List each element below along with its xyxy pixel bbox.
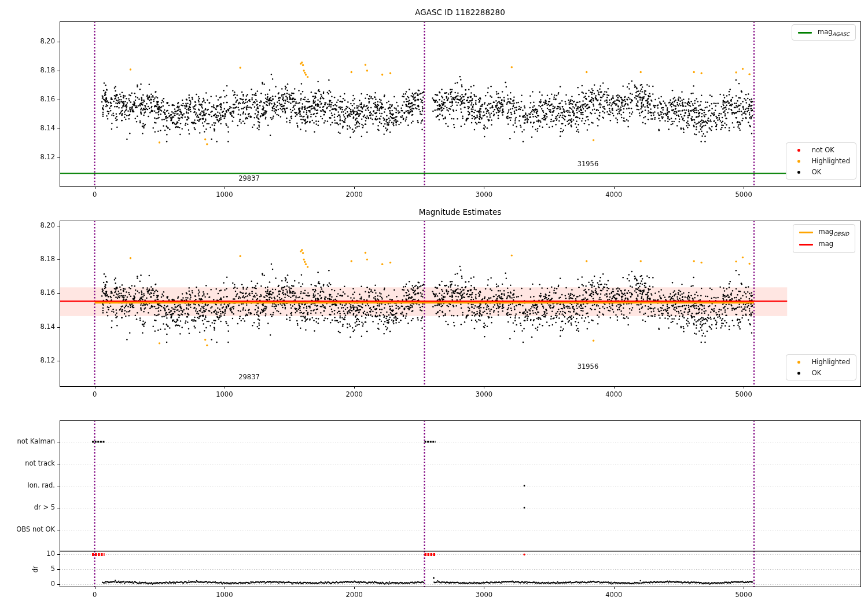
x-tick-label: 5000 xyxy=(735,591,752,599)
obsid-annotation: 31956 xyxy=(578,362,599,371)
legend-item-mag-obsid: magOBSID xyxy=(797,228,849,237)
x-tick-label: 0 xyxy=(93,591,97,599)
dr-axis-label: dr xyxy=(31,563,39,575)
y-tick-label: 8.18 xyxy=(40,255,55,263)
legend-label: OK xyxy=(808,369,822,377)
red-dot-swatch xyxy=(790,149,808,152)
y-tick-label: 8.20 xyxy=(40,37,55,45)
black-dot-swatch xyxy=(790,372,808,375)
black-dot-swatch xyxy=(790,171,808,174)
flag-category-label: not track xyxy=(25,459,55,467)
x-tick-label: 4000 xyxy=(605,191,622,199)
x-tick-label: 0 xyxy=(93,191,97,199)
plot-title: Magnitude Estimates xyxy=(60,207,860,217)
x-tick-label: 1000 xyxy=(216,390,233,398)
x-tick-label: 1000 xyxy=(216,191,233,199)
legend-label: mag xyxy=(819,240,834,248)
y-tick-label: 8.12 xyxy=(40,356,55,364)
orange-dot-swatch xyxy=(790,160,808,163)
flag-category-label: OBS not OK xyxy=(16,525,55,533)
legend-label: Highlighted xyxy=(808,157,850,165)
legend-point-status: not OK Highlighted OK xyxy=(786,142,856,180)
dr-tick-label: 10 xyxy=(46,550,55,558)
legend-item-ok: OK xyxy=(790,168,850,176)
y-tick-label: 8.14 xyxy=(40,124,55,132)
legend-item-highlighted: Highlighted xyxy=(790,157,850,165)
flag-category-label: Ion. rad. xyxy=(27,481,55,489)
x-tick-label: 4000 xyxy=(605,591,622,599)
x-tick-label: 3000 xyxy=(476,191,492,199)
page-title: AGASC ID 1182288280 xyxy=(60,8,860,17)
orange-line-swatch xyxy=(797,232,815,233)
x-tick-label: 5000 xyxy=(735,390,752,398)
x-tick-label: 4000 xyxy=(605,390,622,398)
dr-tick-label: 5 xyxy=(51,565,55,573)
flag-category-label: dr > 5 xyxy=(34,503,55,511)
legend-label: Highlighted xyxy=(808,358,850,366)
x-tick-label: 0 xyxy=(93,390,97,398)
legend-item-mag: mag xyxy=(797,240,849,249)
x-tick-label: 2000 xyxy=(346,191,363,199)
orange-dot-swatch xyxy=(790,361,808,364)
x-tick-label: 2000 xyxy=(346,390,363,398)
y-tick-label: 8.18 xyxy=(40,66,55,74)
obsid-annotation: 31956 xyxy=(578,160,599,168)
legend-item-ok: OK xyxy=(790,369,850,377)
flag-category-label: not Kalman xyxy=(17,437,55,445)
x-tick-label: 3000 xyxy=(476,390,492,398)
legend-item-mag-agasc: magAGASC xyxy=(796,28,849,37)
y-tick-label: 8.16 xyxy=(40,95,55,103)
legend-point-status-2: Highlighted OK xyxy=(786,354,856,380)
x-tick-label: 1000 xyxy=(216,591,233,599)
legend-mag-lines: magOBSID mag xyxy=(793,224,855,253)
x-tick-label: 2000 xyxy=(346,591,363,599)
dr-tick-label: 0 xyxy=(51,580,55,588)
x-tick-label: 3000 xyxy=(476,591,492,599)
y-tick-label: 8.14 xyxy=(40,323,55,331)
red-line-swatch xyxy=(797,244,815,246)
obsid-annotation: 29837 xyxy=(238,373,260,381)
y-tick-label: 8.12 xyxy=(40,153,55,161)
obsid-annotation: 29837 xyxy=(238,174,260,182)
legend-mag-agasc: magAGASC xyxy=(792,24,856,41)
legend-label: mag xyxy=(819,228,834,236)
legend-label: not OK xyxy=(808,146,834,154)
legend-label: OK xyxy=(808,168,822,176)
green-line-swatch xyxy=(796,32,814,34)
legend-label: mag xyxy=(818,28,833,36)
x-tick-label: 5000 xyxy=(735,191,752,199)
legend-item-not-ok: not OK xyxy=(790,146,850,154)
y-tick-label: 8.20 xyxy=(40,221,55,229)
figure: AGASC ID 1182288280 magAGASC not OK High… xyxy=(0,0,868,608)
figure-canvas xyxy=(0,0,868,608)
y-tick-label: 8.16 xyxy=(40,288,55,296)
legend-item-highlighted: Highlighted xyxy=(790,358,850,366)
